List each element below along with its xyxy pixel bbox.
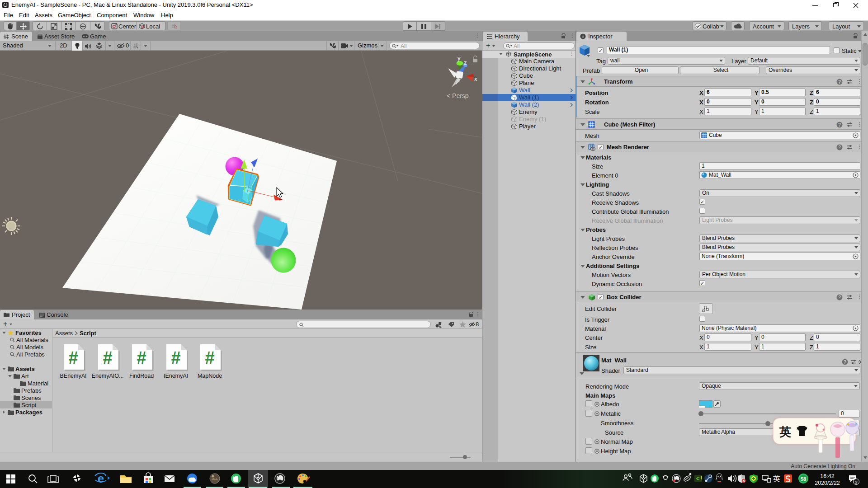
svg-text:2020/2/22: 2020/2/22 [815,480,840,486]
svg-text:Enemy: Enemy [519,108,538,115]
svg-text:Player: Player [519,123,536,130]
svg-text:16:42: 16:42 [820,473,834,479]
svg-text:?: ? [838,295,841,300]
svg-text:Wall (2): Wall (2) [519,101,539,108]
svg-text:y: y [458,55,461,61]
svg-text:?: ? [838,122,841,127]
svg-text:英: 英 [779,425,791,439]
svg-text:FindRoad: FindRoad [129,373,154,379]
svg-text:Directional Light: Directional Light [519,65,561,72]
svg-text:MapNode: MapNode [198,373,222,379]
svg-text:Cube: Cube [519,72,533,79]
svg-text:Main Camera: Main Camera [519,58,555,65]
svg-text:Plane: Plane [519,80,534,86]
svg-text:Wall (1): Wall (1) [519,94,539,101]
svg-text:BEnemyAI: BEnemyAI [60,373,86,379]
svg-text:Wall: Wall [519,87,530,94]
svg-text:IEnemyAI: IEnemyAI [164,373,188,379]
svg-text:x: x [474,75,477,82]
svg-text:?: ? [838,80,841,84]
svg-text:2: 2 [855,479,857,484]
svg-text:58: 58 [801,476,806,482]
svg-text:?: ? [838,145,841,150]
svg-text:英: 英 [773,475,780,483]
svg-text:?: ? [844,360,846,365]
svg-text:z: z [464,59,467,66]
svg-text:EnemyAIO...: EnemyAIO... [92,373,124,379]
svg-text:< Persp: < Persp [447,92,469,99]
svg-text:Enemy (1): Enemy (1) [519,116,546,122]
